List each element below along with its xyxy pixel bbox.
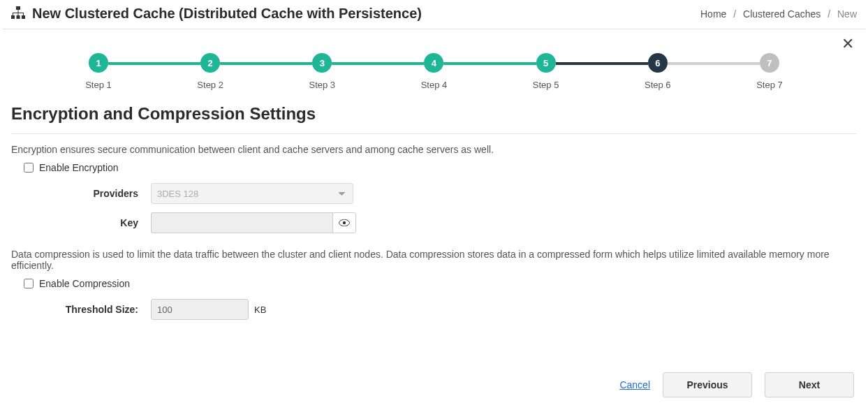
enable-encryption-label: Enable Encryption xyxy=(39,162,119,173)
enable-compression-checkbox[interactable] xyxy=(24,279,34,288)
step-label: Step 1 xyxy=(85,80,112,90)
svg-rect-4 xyxy=(18,10,19,13)
step-circle: 2 xyxy=(200,53,220,73)
step-circle: 7 xyxy=(760,53,779,73)
section-title: Encryption and Compression Settings xyxy=(11,104,857,124)
svg-rect-8 xyxy=(23,13,24,15)
threshold-row: Threshold Size: KB xyxy=(11,299,857,320)
step-circle: 6 xyxy=(648,53,668,73)
svg-rect-1 xyxy=(11,15,15,19)
enable-compression-label: Enable Compression xyxy=(39,278,130,289)
breadcrumb-sep: / xyxy=(827,8,830,20)
step-label: Step 4 xyxy=(421,80,448,90)
breadcrumb-sep: / xyxy=(733,8,736,20)
threshold-input[interactable] xyxy=(151,299,249,320)
key-label: Key xyxy=(11,217,151,228)
previous-button[interactable]: Previous xyxy=(663,372,752,397)
enable-compression-row[interactable]: Enable Compression xyxy=(24,278,857,289)
step-7[interactable]: 7Step 7 xyxy=(759,53,780,90)
svg-rect-0 xyxy=(16,6,20,10)
step-5[interactable]: 5Step 5 xyxy=(536,53,557,90)
breadcrumb-home[interactable]: Home xyxy=(700,8,726,20)
step-4[interactable]: 4Step 4 xyxy=(423,53,444,90)
svg-rect-6 xyxy=(13,13,13,15)
step-label: Step 5 xyxy=(533,80,559,90)
enable-encryption-row[interactable]: Enable Encryption xyxy=(24,162,857,173)
key-input[interactable] xyxy=(151,212,332,233)
key-row: Key xyxy=(11,212,857,233)
key-input-group xyxy=(151,212,356,233)
step-connector xyxy=(220,62,312,65)
step-6[interactable]: 6Step 6 xyxy=(647,53,668,90)
stepper: 1Step 12Step 23Step 34Step 45Step 56Step… xyxy=(88,53,780,90)
step-label: Step 3 xyxy=(309,80,336,90)
breadcrumb: Home / Clustered Caches / New xyxy=(700,8,857,20)
step-circle: 1 xyxy=(89,53,108,73)
svg-rect-7 xyxy=(18,13,19,15)
step-3[interactable]: 3Step 3 xyxy=(311,53,332,90)
header-left: New Clustered Cache (Distributed Cache w… xyxy=(11,6,422,22)
step-circle: 3 xyxy=(312,53,332,73)
step-label: Step 6 xyxy=(645,80,671,90)
breadcrumb-clustered-caches[interactable]: Clustered Caches xyxy=(743,8,821,20)
breadcrumb-current: New xyxy=(837,8,857,20)
step-connector xyxy=(668,62,760,65)
next-button[interactable]: Next xyxy=(765,372,854,397)
svg-rect-3 xyxy=(22,15,25,19)
enable-encryption-checkbox[interactable] xyxy=(24,163,34,173)
step-circle: 4 xyxy=(424,53,443,73)
page-title: New Clustered Cache (Distributed Cache w… xyxy=(32,6,422,22)
svg-rect-2 xyxy=(17,15,20,19)
cancel-link[interactable]: Cancel xyxy=(619,379,650,390)
wizard-panel: ✕ 1Step 12Step 23Step 34Step 45Step 56St… xyxy=(3,29,865,406)
sitemap-icon xyxy=(11,6,25,22)
step-connector xyxy=(108,62,200,65)
eye-icon xyxy=(339,218,350,228)
threshold-label: Threshold Size: xyxy=(11,304,151,315)
step-connector xyxy=(556,62,648,65)
encryption-description: Encryption ensures secure communication … xyxy=(11,144,857,155)
step-label: Step 7 xyxy=(756,80,783,90)
threshold-unit: KB xyxy=(254,305,266,315)
wizard-footer: Cancel Previous Next xyxy=(619,372,854,397)
providers-label: Providers xyxy=(11,188,151,199)
step-2[interactable]: 2Step 2 xyxy=(200,53,221,90)
divider xyxy=(11,133,857,134)
step-connector xyxy=(443,62,536,65)
svg-point-9 xyxy=(343,221,346,224)
step-connector xyxy=(332,62,424,65)
step-label: Step 2 xyxy=(197,80,223,90)
step-circle: 5 xyxy=(536,53,556,73)
reveal-key-button[interactable] xyxy=(332,212,356,233)
close-icon[interactable]: ✕ xyxy=(841,36,854,52)
providers-select[interactable]: 3DES 128 xyxy=(151,183,353,204)
step-1[interactable]: 1Step 1 xyxy=(88,53,109,90)
compression-description: Data compression is used to limit the da… xyxy=(11,249,857,271)
providers-row: Providers 3DES 128 xyxy=(11,183,857,204)
page-header: New Clustered Cache (Distributed Cache w… xyxy=(0,0,868,29)
